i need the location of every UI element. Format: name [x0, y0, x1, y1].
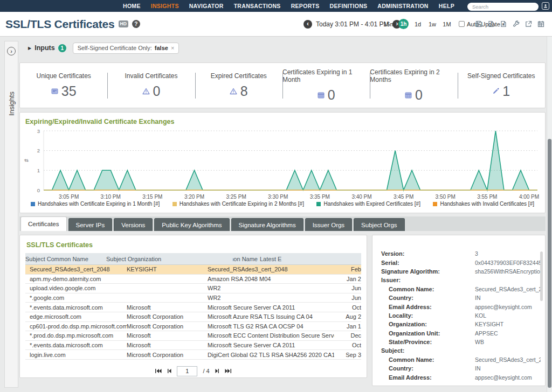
close-icon[interactable]: × [171, 45, 174, 51]
chart-title: Expiring/Expired/Invalid Certificate Exc… [25, 118, 545, 125]
result-tabs: CertificatesServer IPsVersionsPublic Key… [19, 216, 546, 231]
range-button[interactable]: 1h [398, 19, 409, 29]
legend-swatch [31, 202, 35, 206]
detail-label: Organization: [389, 321, 475, 327]
nav-item[interactable]: DEFINITIONS [330, 3, 368, 9]
stat-label: Expired Certificates [211, 72, 267, 80]
detail-field: Locality: KOL [381, 311, 541, 320]
legend-label: Handshakes with Certificate Expiring in … [38, 201, 160, 207]
search-input[interactable] [467, 3, 539, 11]
help-icon[interactable]: ? [132, 20, 140, 28]
nav-item[interactable]: TRANSACTIONS [234, 3, 281, 9]
stat-label: Certificates Expiring in 1 Month [282, 68, 370, 83]
nav-item[interactable]: REPORTS [291, 3, 320, 9]
detail-label: Serial: [381, 260, 475, 266]
inputs-row: ▶ Inputs 1 Self-Signed Certificate Only:… [28, 42, 179, 54]
table-row[interactable]: *.events.data.microsoft.com Microsoft Mi… [25, 303, 361, 312]
time-range-label: Today 3:01 PM - 4:01 PM [316, 20, 389, 28]
detail-value: KOL [475, 312, 541, 319]
legend-swatch [316, 202, 321, 206]
column-header[interactable]: Latest E [260, 256, 284, 262]
page-total: / 4 [203, 368, 209, 374]
inputs-toggle[interactable]: ▶ Inputs 1 [28, 44, 66, 52]
range-button[interactable]: 1d [412, 19, 423, 29]
tab[interactable]: Certificates [20, 216, 67, 231]
tab[interactable]: Server IPs [68, 218, 113, 231]
table-row[interactable]: edge.microsoft.com Microsoft Corporation… [25, 312, 361, 322]
table-row[interactable]: upload.video.google.com WR2 Jun [25, 284, 361, 293]
nav-item[interactable]: HOME [123, 3, 141, 9]
save-icon[interactable] [475, 20, 482, 28]
legend-label: Handshakes with Invalid Certificates [#] [440, 201, 534, 207]
nav-item[interactable]: INSIGHTS [151, 3, 179, 9]
table-row[interactable]: cp601-prod.do.dsp.mp.microsoft.com Micro… [25, 322, 361, 332]
time-back-button[interactable]: ‹ [303, 20, 312, 29]
svg-text:2: 2 [37, 148, 40, 153]
detail-label: Locality: [389, 312, 475, 319]
filter-chip[interactable]: Self-Signed Certificate Only: false × [73, 43, 180, 54]
detail-value: appsec@keysight.com [475, 304, 541, 310]
schedule-icon[interactable] [537, 20, 544, 28]
detail-value: 0x044379903EF0F83244594669D2 [475, 260, 541, 266]
filter-chip-label: Self-Signed Certificate Only: [78, 45, 152, 51]
column-header[interactable]: Subject Common Name [25, 256, 106, 262]
first-page-button[interactable] [155, 368, 162, 374]
next-page-button[interactable] [215, 368, 219, 374]
detail-field: Common Name: Secured_RSAdes3_cert_2048 [381, 355, 541, 364]
pdf-icon[interactable] [487, 20, 495, 28]
svg-text:3:25 PM: 3:25 PM [226, 194, 246, 200]
table-row[interactable]: Secured_RSAdes3_cert_2048 KEYSIGHT Secur… [25, 265, 361, 275]
detail-field: Common Name: Secured_RSAdes3_cert_2048 [381, 285, 541, 293]
legend-item: Handshakes with Invalid Certificates [#] [433, 201, 534, 207]
range-button[interactable]: 15m [384, 19, 395, 29]
top-navbar: HOMEINSIGHTSNAVIGATORTRANSACTIONSREPORTS… [0, 0, 552, 12]
svg-text:3:35 PM: 3:35 PM [310, 194, 330, 200]
legend-item: Handshakes with Certificate Expiring in … [172, 201, 304, 207]
column-header[interactable]: Issuer Common Name [233, 256, 260, 262]
page-number-input[interactable] [177, 366, 197, 376]
page-scrollbar-thumb[interactable] [548, 139, 551, 388]
side-rail-label: Insights [8, 92, 16, 116]
tab[interactable]: Public Key Algorithms [154, 218, 229, 231]
detail-scrollbar[interactable] [540, 251, 543, 301]
user-menu-icon[interactable] [542, 2, 549, 10]
legend-item: Handshakes with Expired Certificates [#] [316, 201, 420, 207]
detail-label: Organization Unit: [389, 330, 475, 337]
last-page-button[interactable] [225, 368, 232, 374]
export-icon[interactable] [525, 20, 532, 28]
detail-label: Common Name: [389, 286, 475, 292]
nav-item[interactable]: ADMINISTRATION [377, 3, 428, 9]
legend-label: Handshakes with Certificate Expiring in … [180, 201, 304, 207]
svg-text:0: 0 [37, 187, 40, 193]
svg-text:3:05 PM: 3:05 PM [59, 194, 79, 200]
detail-value: IN [475, 365, 541, 372]
nav-item[interactable]: HELP [439, 3, 454, 9]
prev-page-button[interactable] [167, 368, 171, 374]
certificate-detail-fields: Version: 3 Serial: 0x044379903EF0F832445… [381, 249, 541, 382]
detail-field: Country: IN [381, 364, 541, 373]
range-button[interactable]: 1w [427, 19, 438, 29]
table-row[interactable]: apm.my-demo.aternity.com Amazon RSA 2048… [25, 275, 361, 284]
table-row[interactable]: *.google.com WR2 Jun [25, 293, 361, 303]
tab[interactable]: Versions [114, 218, 153, 231]
table-row[interactable]: login.live.com Microsoft Corporation Dig… [25, 350, 361, 360]
auto-update-checkbox[interactable] [459, 21, 465, 27]
tab[interactable]: Issuer Orgs [305, 218, 352, 231]
range-button[interactable]: 1M [441, 19, 452, 29]
stat-value: 8 [240, 83, 248, 99]
detail-field: Signature Algorithm: sha256WithRSAEncryp… [381, 267, 541, 276]
expand-rail-icon[interactable]: › [7, 47, 16, 55]
detail-field: Version: 3 [381, 249, 541, 258]
nav-item[interactable]: NAVIGATOR [189, 3, 224, 9]
column-header[interactable]: Subject Organization [106, 256, 233, 262]
tab[interactable]: Signature Algorithms [231, 218, 303, 231]
tab[interactable]: Subject Orgs [354, 218, 404, 231]
wrench-icon[interactable] [512, 20, 520, 28]
table-body: Secured_RSAdes3_cert_2048 KEYSIGHT Secur… [25, 265, 361, 360]
stat-label: Self-Signed Certificates [467, 72, 535, 80]
report-icon[interactable] [500, 20, 507, 28]
table-row[interactable]: *.events.data.microsoft.com Microsoft Mi… [25, 341, 361, 351]
detail-value: APPSEC [475, 330, 541, 337]
table-row[interactable]: *.prod.do.dsp.mp.microsoft.com Microsoft… [25, 331, 361, 341]
detail-label: Email Address: [389, 304, 475, 310]
